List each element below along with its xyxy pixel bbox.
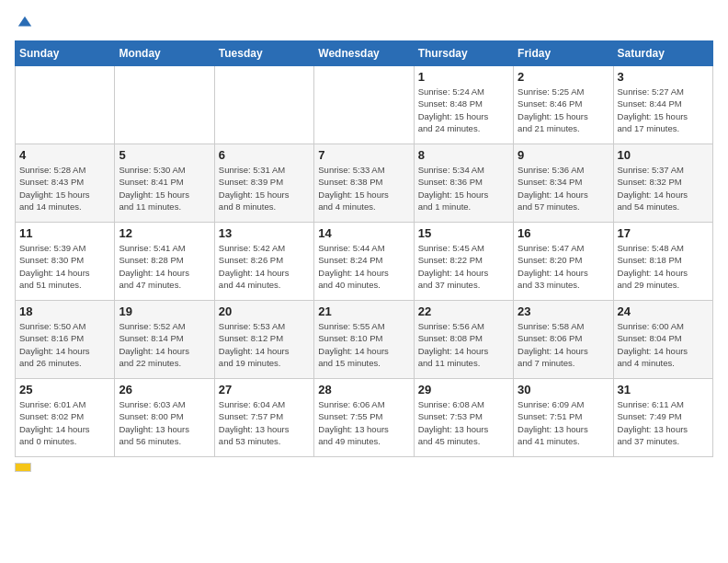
calendar-table: SundayMondayTuesdayWednesdayThursdayFrid… <box>15 40 713 457</box>
calendar-cell: 2Sunrise: 5:25 AM Sunset: 8:46 PM Daylig… <box>514 66 613 144</box>
day-info: Sunrise: 5:52 AM Sunset: 8:14 PM Dayligh… <box>119 320 210 369</box>
day-info: Sunrise: 5:41 AM Sunset: 8:28 PM Dayligh… <box>119 242 210 291</box>
day-number: 29 <box>418 383 509 396</box>
day-info: Sunrise: 5:39 AM Sunset: 8:30 PM Dayligh… <box>19 242 110 291</box>
day-info: Sunrise: 6:08 AM Sunset: 7:53 PM Dayligh… <box>418 398 509 447</box>
calendar-cell: 24Sunrise: 6:00 AM Sunset: 8:04 PM Dayli… <box>613 301 712 379</box>
calendar-cell: 22Sunrise: 5:56 AM Sunset: 8:08 PM Dayli… <box>414 301 513 379</box>
day-number: 28 <box>318 383 409 396</box>
calendar-cell: 28Sunrise: 6:06 AM Sunset: 7:55 PM Dayli… <box>314 379 414 457</box>
calendar-week-row: 25Sunrise: 6:01 AM Sunset: 8:02 PM Dayli… <box>16 379 713 457</box>
column-header-thursday: Thursday <box>414 41 513 66</box>
calendar-cell: 4Sunrise: 5:28 AM Sunset: 8:43 PM Daylig… <box>16 144 115 223</box>
calendar-cell: 8Sunrise: 5:34 AM Sunset: 8:36 PM Daylig… <box>414 144 513 223</box>
day-info: Sunrise: 5:42 AM Sunset: 8:26 PM Dayligh… <box>219 242 310 291</box>
day-number: 4 <box>19 148 110 162</box>
logo-text <box>15 15 33 31</box>
day-number: 5 <box>119 148 210 162</box>
day-info: Sunrise: 5:55 AM Sunset: 8:10 PM Dayligh… <box>318 320 409 369</box>
calendar-cell: 18Sunrise: 5:50 AM Sunset: 8:16 PM Dayli… <box>16 301 115 379</box>
day-number: 16 <box>518 226 609 240</box>
calendar-cell: 15Sunrise: 5:45 AM Sunset: 8:22 PM Dayli… <box>414 223 513 301</box>
day-number: 20 <box>219 304 310 318</box>
calendar-cell: 23Sunrise: 5:58 AM Sunset: 8:06 PM Dayli… <box>514 301 613 379</box>
day-info: Sunrise: 6:01 AM Sunset: 8:02 PM Dayligh… <box>19 398 110 447</box>
calendar-cell: 20Sunrise: 5:53 AM Sunset: 8:12 PM Dayli… <box>214 301 313 379</box>
calendar-cell: 3Sunrise: 5:27 AM Sunset: 8:44 PM Daylig… <box>613 66 712 144</box>
day-number: 8 <box>418 148 509 162</box>
header <box>15 15 713 31</box>
calendar-cell: 5Sunrise: 5:30 AM Sunset: 8:41 PM Daylig… <box>115 144 214 223</box>
day-info: Sunrise: 5:24 AM Sunset: 8:48 PM Dayligh… <box>418 86 509 134</box>
day-number: 9 <box>518 148 609 162</box>
day-info: Sunrise: 6:04 AM Sunset: 7:57 PM Dayligh… <box>219 398 310 447</box>
calendar-week-row: 4Sunrise: 5:28 AM Sunset: 8:43 PM Daylig… <box>16 144 713 223</box>
calendar-cell: 14Sunrise: 5:44 AM Sunset: 8:24 PM Dayli… <box>314 223 414 301</box>
calendar-cell: 16Sunrise: 5:47 AM Sunset: 8:20 PM Dayli… <box>514 223 613 301</box>
calendar-cell: 17Sunrise: 5:48 AM Sunset: 8:18 PM Dayli… <box>613 223 712 301</box>
day-info: Sunrise: 5:31 AM Sunset: 8:39 PM Dayligh… <box>219 164 310 213</box>
logo-icon <box>17 15 33 31</box>
day-info: Sunrise: 5:27 AM Sunset: 8:44 PM Dayligh… <box>618 86 709 134</box>
calendar-cell <box>214 66 313 144</box>
day-number: 31 <box>618 383 709 396</box>
day-info: Sunrise: 6:09 AM Sunset: 7:51 PM Dayligh… <box>518 398 609 447</box>
day-info: Sunrise: 5:30 AM Sunset: 8:41 PM Dayligh… <box>119 164 210 213</box>
day-info: Sunrise: 5:37 AM Sunset: 8:32 PM Dayligh… <box>618 164 709 213</box>
day-info: Sunrise: 6:11 AM Sunset: 7:49 PM Dayligh… <box>618 398 709 447</box>
calendar-header-row: SundayMondayTuesdayWednesdayThursdayFrid… <box>16 41 713 66</box>
calendar-cell: 11Sunrise: 5:39 AM Sunset: 8:30 PM Dayli… <box>16 223 115 301</box>
calendar-cell: 29Sunrise: 6:08 AM Sunset: 7:53 PM Dayli… <box>414 379 513 457</box>
column-header-saturday: Saturday <box>613 41 712 66</box>
day-info: Sunrise: 6:00 AM Sunset: 8:04 PM Dayligh… <box>618 320 709 369</box>
logo <box>15 15 33 31</box>
day-info: Sunrise: 5:36 AM Sunset: 8:34 PM Dayligh… <box>518 164 609 213</box>
calendar-cell: 21Sunrise: 5:55 AM Sunset: 8:10 PM Dayli… <box>314 301 414 379</box>
day-number: 2 <box>518 70 609 84</box>
day-number: 30 <box>518 383 609 396</box>
calendar-week-row: 11Sunrise: 5:39 AM Sunset: 8:30 PM Dayli… <box>16 223 713 301</box>
day-info: Sunrise: 5:53 AM Sunset: 8:12 PM Dayligh… <box>219 320 310 369</box>
daylight-bar-icon <box>15 463 31 472</box>
calendar-cell: 10Sunrise: 5:37 AM Sunset: 8:32 PM Dayli… <box>613 144 712 223</box>
day-number: 10 <box>618 148 709 162</box>
day-info: Sunrise: 5:25 AM Sunset: 8:46 PM Dayligh… <box>518 86 609 134</box>
day-number: 27 <box>219 383 310 396</box>
calendar-week-row: 18Sunrise: 5:50 AM Sunset: 8:16 PM Dayli… <box>16 301 713 379</box>
column-header-wednesday: Wednesday <box>314 41 414 66</box>
calendar-cell: 19Sunrise: 5:52 AM Sunset: 8:14 PM Dayli… <box>115 301 214 379</box>
calendar-cell: 12Sunrise: 5:41 AM Sunset: 8:28 PM Dayli… <box>115 223 214 301</box>
day-number: 13 <box>219 226 310 240</box>
day-number: 24 <box>618 304 709 318</box>
day-number: 6 <box>219 148 310 162</box>
day-info: Sunrise: 5:28 AM Sunset: 8:43 PM Dayligh… <box>19 164 110 213</box>
column-header-monday: Monday <box>115 41 214 66</box>
column-header-tuesday: Tuesday <box>214 41 313 66</box>
calendar-cell: 1Sunrise: 5:24 AM Sunset: 8:48 PM Daylig… <box>414 66 513 144</box>
calendar-cell: 6Sunrise: 5:31 AM Sunset: 8:39 PM Daylig… <box>214 144 313 223</box>
day-number: 18 <box>19 304 110 318</box>
calendar-cell <box>16 66 115 144</box>
day-info: Sunrise: 5:33 AM Sunset: 8:38 PM Dayligh… <box>318 164 409 213</box>
day-info: Sunrise: 5:45 AM Sunset: 8:22 PM Dayligh… <box>418 242 509 291</box>
day-number: 25 <box>19 383 110 396</box>
day-number: 23 <box>518 304 609 318</box>
day-number: 15 <box>418 226 509 240</box>
day-number: 26 <box>119 383 210 396</box>
column-header-sunday: Sunday <box>16 41 115 66</box>
day-number: 11 <box>19 226 110 240</box>
day-number: 17 <box>618 226 709 240</box>
calendar-cell: 7Sunrise: 5:33 AM Sunset: 8:38 PM Daylig… <box>314 144 414 223</box>
day-number: 21 <box>318 304 409 318</box>
column-header-friday: Friday <box>514 41 613 66</box>
calendar-week-row: 1Sunrise: 5:24 AM Sunset: 8:48 PM Daylig… <box>16 66 713 144</box>
day-info: Sunrise: 5:50 AM Sunset: 8:16 PM Dayligh… <box>19 320 110 369</box>
day-number: 22 <box>418 304 509 318</box>
day-info: Sunrise: 6:06 AM Sunset: 7:55 PM Dayligh… <box>318 398 409 447</box>
svg-marker-0 <box>18 17 31 27</box>
day-info: Sunrise: 5:58 AM Sunset: 8:06 PM Dayligh… <box>518 320 609 369</box>
day-info: Sunrise: 5:47 AM Sunset: 8:20 PM Dayligh… <box>518 242 609 291</box>
day-number: 1 <box>418 70 509 84</box>
day-info: Sunrise: 5:44 AM Sunset: 8:24 PM Dayligh… <box>318 242 409 291</box>
calendar-cell: 25Sunrise: 6:01 AM Sunset: 8:02 PM Dayli… <box>16 379 115 457</box>
